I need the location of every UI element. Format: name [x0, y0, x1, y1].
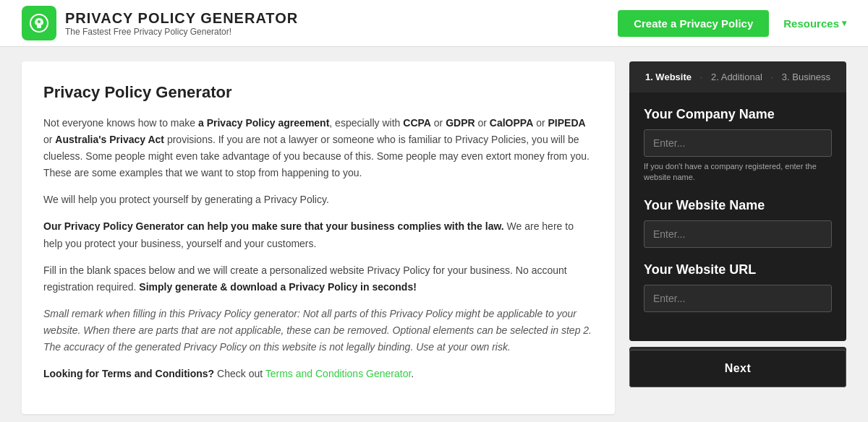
terms-conditions-link[interactable]: Terms and Conditions Generator [265, 368, 412, 379]
website-url-label: Your Website URL [644, 262, 832, 277]
create-privacy-policy-button[interactable]: Create a Privacy Policy [618, 10, 769, 37]
chevron-down-icon: ▾ [842, 18, 846, 28]
company-name-label: Your Company Name [644, 107, 832, 122]
steps-bar: 1. Website · 2. Additional · 3. Business [629, 61, 846, 92]
website-name-input[interactable] [644, 220, 832, 248]
company-name-hint: If you don't have a company registered, … [644, 161, 832, 184]
website-name-label: Your Website Name [644, 198, 832, 213]
step-3-business[interactable]: 3. Business [782, 72, 830, 82]
website-url-group: Your Website URL [644, 262, 832, 312]
logo-title: PRIVACY POLICY GENERATOR [65, 10, 298, 27]
form-panel: Your Company Name If you don't have a co… [629, 92, 846, 341]
svg-rect-1 [37, 25, 41, 28]
company-name-input[interactable] [644, 129, 832, 157]
company-name-group: Your Company Name If you don't have a co… [644, 107, 832, 184]
page-title: Privacy Policy Generator [43, 83, 593, 102]
generator-info-paragraph: Our Privacy Policy Generator can help yo… [43, 218, 593, 251]
step-divider-2: · [771, 72, 773, 82]
logo-icon [22, 6, 56, 40]
right-panel: 1. Website · 2. Additional · 3. Business… [629, 61, 846, 414]
fill-paragraph: Fill in the blank spaces below and we wi… [43, 262, 593, 296]
disclaimer-paragraph: Small remark when filling in this Privac… [43, 306, 593, 356]
resources-menu[interactable]: Resources ▾ [783, 17, 846, 30]
next-section: Next [629, 347, 846, 387]
main-layout: Privacy Policy Generator Not everyone kn… [0, 47, 868, 422]
next-button[interactable]: Next [629, 350, 846, 387]
step-2-additional[interactable]: 2. Additional [711, 72, 762, 82]
terms-paragraph: Looking for Terms and Conditions? Check … [43, 366, 593, 382]
step-1-website[interactable]: 1. Website [645, 72, 692, 82]
logo-subtitle: The Fastest Free Privacy Policy Generato… [65, 27, 298, 37]
header-right: Create a Privacy Policy Resources ▾ [618, 10, 846, 37]
resources-label: Resources [783, 17, 839, 30]
logo-text: PRIVACY POLICY GENERATOR The Fastest Fre… [65, 10, 298, 37]
content-panel: Privacy Policy Generator Not everyone kn… [22, 61, 615, 414]
website-name-group: Your Website Name [644, 198, 832, 248]
step-divider-1: · [700, 72, 702, 82]
help-paragraph: We will help you protect yourself by gen… [43, 191, 593, 208]
intro-paragraph: Not everyone knows how to make a Privacy… [43, 115, 593, 181]
website-url-input[interactable] [644, 285, 832, 312]
header: PRIVACY POLICY GENERATOR The Fastest Fre… [0, 0, 868, 47]
svg-point-2 [38, 20, 41, 23]
logo-area: PRIVACY POLICY GENERATOR The Fastest Fre… [22, 6, 298, 40]
